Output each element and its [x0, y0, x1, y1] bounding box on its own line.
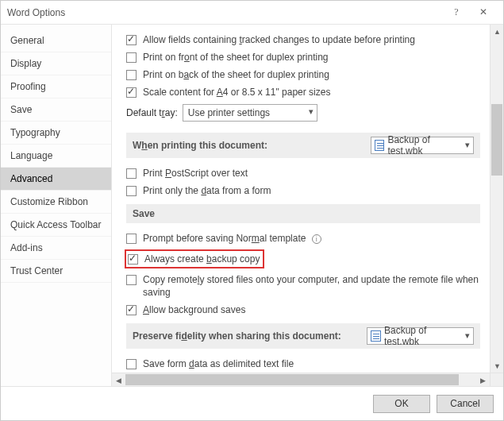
option-label: Copy remotely stored files onto your com… — [143, 273, 480, 299]
checkbox-icon[interactable] — [126, 35, 137, 45]
checkbox-icon[interactable] — [126, 186, 137, 196]
info-icon[interactable]: i — [312, 234, 321, 244]
option-copy-remote[interactable]: Copy remotely stored files onto your com… — [126, 271, 480, 301]
sidebar-item-trust-center[interactable]: Trust Center — [1, 260, 111, 283]
checkbox-icon[interactable] — [128, 254, 138, 265]
sidebar-item-general[interactable]: General — [1, 29, 111, 52]
option-label: Print only the data from a form — [143, 184, 480, 197]
sidebar-item-proofing[interactable]: Proofing — [1, 75, 111, 98]
option-label: Prompt before saving Normal template i — [143, 232, 480, 245]
scroll-corner — [490, 373, 503, 386]
section-title: When printing this document: — [133, 140, 267, 151]
dialog-body: General Display Proofing Save Typography… — [1, 25, 503, 387]
section-when-printing-document: When printing this document: Backup of t… — [126, 133, 480, 158]
option-print-front[interactable]: Print on front of the sheet for duplex p… — [126, 48, 480, 66]
default-tray-dropdown[interactable]: Use printer settings — [183, 104, 317, 122]
option-label: Scale content for A4 or 8.5 x 11" paper … — [143, 86, 480, 98]
settings-panel: Allow fields containing tracked changes … — [112, 25, 503, 386]
default-tray-label: Default tray: — [126, 107, 178, 118]
window-title: Word Options — [7, 7, 443, 18]
sidebar-item-typography[interactable]: Typography — [1, 122, 111, 145]
checkbox-icon[interactable] — [126, 359, 137, 369]
option-label: Print PostScript over text — [143, 167, 480, 180]
scroll-thumb[interactable] — [491, 104, 502, 176]
section-preserve-fidelity: Preserve fidelity when sharing this docu… — [126, 323, 480, 349]
option-postscript[interactable]: Print PostScript over text — [126, 164, 480, 182]
option-label: Allow fields containing tracked changes … — [143, 33, 480, 46]
printing-document-dropdown[interactable]: Backup of test.wbk — [371, 137, 474, 154]
cancel-button[interactable]: Cancel — [437, 395, 494, 413]
sidebar-item-customize-ribbon[interactable]: Customize Ribbon — [1, 191, 111, 214]
checkbox-icon[interactable] — [126, 275, 137, 285]
scroll-right-arrow[interactable]: ▶ — [476, 373, 490, 386]
option-label: Print on back of the sheet for duplex pr… — [143, 68, 480, 81]
category-sidebar: General Display Proofing Save Typography… — [1, 25, 112, 386]
scroll-thumb[interactable] — [125, 374, 459, 385]
dropdown-value: Backup of test.wbk — [387, 134, 457, 156]
checkbox-icon[interactable] — [126, 52, 137, 63]
checkbox-icon[interactable] — [126, 234, 137, 244]
word-document-icon — [375, 140, 384, 151]
option-always-backup[interactable]: Always create backup copy — [126, 247, 480, 271]
option-save-delimited[interactable]: Save form data as delimited text file — [126, 355, 480, 373]
option-label: Always create backup copy — [144, 253, 260, 265]
option-scale-a4[interactable]: Scale content for A4 or 8.5 x 11" paper … — [126, 83, 480, 101]
help-button[interactable]: ? — [443, 4, 470, 21]
dialog-footer: OK Cancel — [1, 387, 503, 420]
option-label: Save form data as delimited text file — [143, 357, 480, 370]
option-print-back[interactable]: Print on back of the sheet for duplex pr… — [126, 66, 480, 83]
titlebar: Word Options ? ✕ — [1, 1, 503, 25]
sidebar-item-advanced[interactable]: Advanced — [1, 168, 111, 191]
vertical-scrollbar[interactable]: ▲ ▼ — [490, 25, 503, 373]
ok-button[interactable]: OK — [373, 395, 430, 413]
checkbox-icon[interactable] — [126, 305, 137, 315]
checkbox-icon[interactable] — [126, 87, 137, 98]
settings-scroll-area: Allow fields containing tracked changes … — [112, 25, 490, 373]
close-button[interactable]: ✕ — [470, 4, 497, 21]
scroll-left-arrow[interactable]: ◀ — [112, 373, 125, 386]
option-tracked-changes[interactable]: Allow fields containing tracked changes … — [126, 31, 480, 48]
option-label: Print on front of the sheet for duplex p… — [143, 51, 480, 64]
scroll-track[interactable] — [125, 373, 476, 386]
option-prompt-normal[interactable]: Prompt before saving Normal template i — [126, 230, 480, 247]
dropdown-value: Backup of test.wbk — [384, 325, 457, 347]
sidebar-item-save[interactable]: Save — [1, 98, 111, 122]
fidelity-document-dropdown[interactable]: Backup of test.wbk — [367, 327, 474, 345]
checkbox-icon[interactable] — [126, 70, 137, 80]
sidebar-item-quick-access[interactable]: Quick Access Toolbar — [1, 214, 111, 237]
option-background-saves[interactable]: Allow background saves — [126, 301, 480, 319]
default-tray-row: Default tray: Use printer settings — [126, 101, 480, 128]
horizontal-scrollbar[interactable]: ◀ ▶ — [112, 373, 490, 386]
option-label: Allow background saves — [143, 303, 480, 316]
word-document-icon — [371, 330, 381, 342]
section-title: Preserve fidelity when sharing this docu… — [133, 330, 341, 342]
scroll-up-arrow[interactable]: ▲ — [491, 25, 503, 38]
section-save: Save — [126, 204, 480, 223]
sidebar-item-addins[interactable]: Add-ins — [1, 237, 111, 260]
word-options-dialog: Word Options ? ✕ General Display Proofin… — [0, 0, 504, 421]
highlight-box: Always create backup copy — [125, 249, 264, 268]
sidebar-item-display[interactable]: Display — [1, 52, 111, 75]
option-print-data-only[interactable]: Print only the data from a form — [126, 182, 480, 199]
scroll-down-arrow[interactable]: ▼ — [491, 359, 503, 373]
section-title: Save — [133, 208, 155, 219]
sidebar-item-language[interactable]: Language — [1, 145, 111, 168]
checkbox-icon[interactable] — [126, 168, 137, 179]
